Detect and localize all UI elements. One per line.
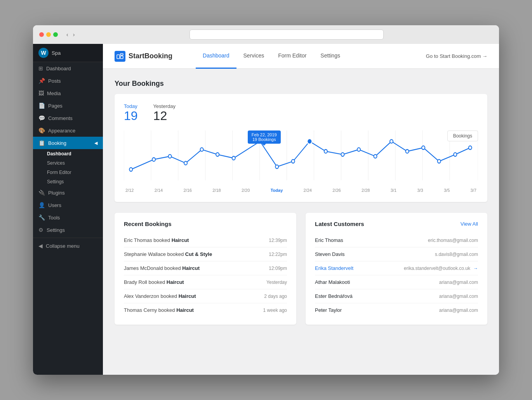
plugin-nav: Dashboard Services Form Editor Settings: [196, 44, 410, 69]
latest-customers-header: Latest Customers View All: [315, 221, 478, 227]
today-label: Today: [124, 103, 138, 109]
customer-row-5: Peter Taylor ariana@gmail.com: [315, 303, 478, 317]
svg-point-24: [259, 140, 262, 143]
sidebar-item-tools[interactable]: 🔧 Tools: [33, 211, 103, 224]
sidebar-item-booking[interactable]: 📋 Booking ◀: [33, 137, 103, 149]
booking-indicator: ◀: [94, 141, 97, 146]
booking-time-0: 12:39pm: [269, 238, 287, 243]
customer-name-0: Eric Thomas: [315, 237, 428, 243]
booking-row-2: James McDonald booked Haircut 12:09pm: [124, 261, 287, 275]
appearance-icon: 🎨: [38, 127, 45, 134]
booking-time-1: 12:22pm: [269, 252, 287, 257]
sidebar-item-plugins[interactable]: 🔌 Plugins: [33, 186, 103, 199]
svg-point-34: [422, 146, 425, 150]
recent-bookings-title: Recent Bookings: [124, 221, 172, 227]
svg-point-37: [469, 146, 472, 150]
customer-email-2: erika.standervelt@outlook.co.uk: [404, 266, 470, 271]
x-label-1: 2/14: [155, 188, 163, 193]
x-label-4: 2/20: [242, 188, 250, 193]
sidebar-label-users: Users: [48, 202, 61, 208]
sidebar-sub-item-formeditor[interactable]: Form Editor: [33, 168, 103, 177]
sidebar-item-collapse[interactable]: ◀ Collapse menu: [33, 240, 103, 252]
minimize-button[interactable]: [46, 32, 51, 37]
booking-time-4: 2 days ago: [264, 294, 287, 299]
sidebar-sub-item-settings[interactable]: Settings: [33, 177, 103, 186]
sidebar-label-collapse: Collapse menu: [46, 243, 80, 249]
customer-row-1: Steven Davis s.davis8@gmail.com: [315, 247, 478, 261]
customer-email-5: ariana@gmail.com: [439, 308, 478, 313]
sidebar-item-users[interactable]: 👤 Users: [33, 199, 103, 211]
sidebar-sub-item-services[interactable]: Services: [33, 158, 103, 168]
nav-item-settings[interactable]: Settings: [313, 44, 347, 69]
customer-email-4: ariana@gmail.com: [439, 294, 478, 299]
customer-row-0: Eric Thomas eric.thomas@gmail.com: [315, 233, 478, 247]
address-bar[interactable]: [190, 30, 384, 40]
customer-email-1: s.davis8@gmail.com: [435, 252, 478, 257]
sidebar-sub-item-dashboard[interactable]: Dashboard: [33, 149, 103, 158]
booking-text-4: Alex Vanderzon booked Haircut: [124, 293, 264, 299]
customer-row-2[interactable]: Erika Standervelt erika.standervelt@outl…: [315, 261, 478, 275]
x-label-8: 2/28: [362, 188, 370, 193]
sidebar-item-settings[interactable]: ⚙ Settings: [33, 224, 103, 236]
booking-text-3: Brady Roll booked Haircut: [124, 279, 266, 285]
booking-row-3: Brady Roll booked Haircut Yesterday: [124, 275, 287, 289]
view-all-link[interactable]: View All: [461, 221, 478, 227]
chart-card: Today 19 Yesterday 12 Bookings Feb 22, 2…: [115, 94, 487, 202]
latest-customers-title: Latest Customers: [315, 221, 364, 227]
collapse-icon: ◀: [38, 243, 43, 249]
sidebar-label-pages: Pages: [48, 103, 63, 109]
sidebar-divider: [33, 238, 103, 238]
chart-legend: Bookings: [447, 130, 478, 141]
booking-time-2: 12:09pm: [269, 266, 287, 271]
sidebar-label-booking: Booking: [48, 140, 66, 146]
sidebar-item-comments[interactable]: 💬 Comments: [33, 112, 103, 124]
customer-row-3: Athar Malakooti ariana@gmail.com: [315, 275, 478, 289]
goto-link[interactable]: Go to Start Booking.com →: [426, 53, 487, 59]
nav-item-dashboard[interactable]: Dashboard: [196, 44, 236, 69]
browser-window: ‹ › W Spa ⊞ Dashboard 📌 Posts 🖼 Media: [33, 25, 499, 375]
svg-point-33: [406, 150, 409, 153]
nav-item-formeditor[interactable]: Form Editor: [271, 44, 313, 69]
nav-item-services[interactable]: Services: [236, 44, 271, 69]
sidebar-item-pages[interactable]: 📄 Pages: [33, 99, 103, 112]
svg-point-19: [169, 155, 172, 158]
sidebar-item-appearance[interactable]: 🎨 Appearance: [33, 124, 103, 137]
booking-text-1: Stephanie Wallace booked Cut & Style: [124, 251, 269, 257]
customer-name-2[interactable]: Erika Standervelt: [315, 265, 404, 271]
sidebar-label-plugins: Plugins: [48, 190, 65, 196]
sidebar-label-comments: Comments: [48, 115, 73, 121]
back-button[interactable]: ‹: [65, 31, 70, 38]
svg-point-29: [341, 153, 344, 156]
wordpress-icon: W: [38, 48, 49, 58]
sidebar-item-media[interactable]: 🖼 Media: [33, 87, 103, 99]
booking-text-5: Thomas Cerny booked Haircut: [124, 307, 263, 313]
customers-list: Eric Thomas eric.thomas@gmail.com Steven…: [315, 233, 478, 317]
booking-time-3: Yesterday: [266, 280, 287, 285]
customer-name-1: Steven Davis: [315, 251, 435, 257]
sidebar-label-tools: Tools: [48, 215, 60, 221]
x-label-9: 3/1: [391, 188, 396, 193]
sidebar-label-posts: Posts: [48, 78, 61, 84]
svg-point-23: [232, 157, 235, 160]
sidebar-item-posts[interactable]: 📌 Posts: [33, 75, 103, 87]
svg-point-21: [200, 148, 203, 151]
svg-point-36: [454, 153, 457, 156]
posts-icon: 📌: [38, 78, 45, 84]
booking-row-4: Alex Vanderzon booked Haircut 2 days ago: [124, 289, 287, 303]
close-button[interactable]: [39, 32, 44, 37]
customer-name-5: Peter Taylor: [315, 307, 439, 313]
customer-name-3: Athar Malakooti: [315, 279, 439, 285]
nav-arrows: ‹ ›: [65, 31, 76, 38]
svg-rect-0: [117, 55, 120, 59]
svg-rect-2: [120, 56, 123, 59]
section-title: Your Bookings: [115, 80, 487, 88]
chart-container: Bookings Feb 22, 2019 19 Bookings: [124, 130, 478, 193]
sidebar: W Spa ⊞ Dashboard 📌 Posts 🖼 Media 📄 Page…: [33, 44, 103, 375]
forward-button[interactable]: ›: [71, 31, 76, 38]
sidebar-label-media: Media: [47, 90, 61, 96]
maximize-button[interactable]: [53, 32, 58, 37]
chart-stats: Today 19 Yesterday 12: [124, 103, 478, 123]
svg-point-17: [129, 168, 132, 171]
sidebar-item-dashboard[interactable]: ⊞ Dashboard: [33, 62, 103, 75]
svg-point-31: [374, 155, 377, 158]
